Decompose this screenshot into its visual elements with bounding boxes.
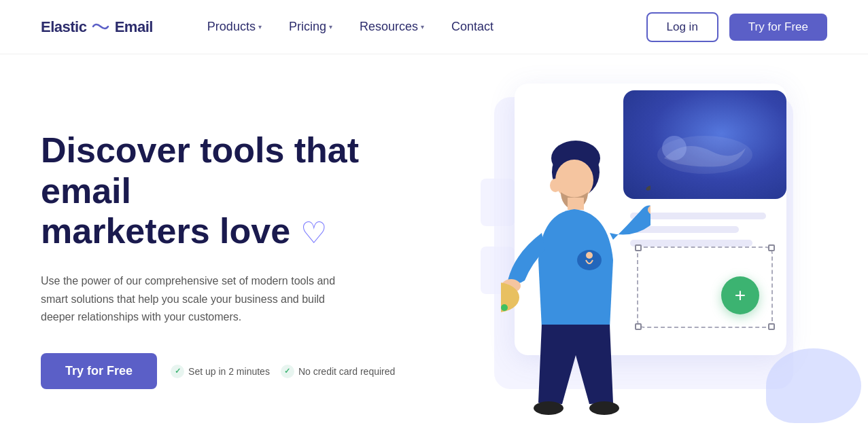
badge-setup: ✓ Set up in 2 minutes (171, 365, 270, 378)
chevron-down-icon: ▾ (258, 23, 262, 31)
nav-links: Products ▾ Pricing ▾ Resources ▾ Contact (194, 14, 646, 39)
svg-point-12 (501, 304, 508, 311)
chevron-down-icon: ▾ (329, 23, 332, 31)
hero-content: Discover tools that email marketers love… (41, 130, 421, 390)
illustration-background: + (467, 70, 848, 423)
svg-point-18 (550, 179, 561, 192)
logo[interactable]: Elastic Email (41, 18, 153, 36)
badge-no-credit: ✓ No credit card required (281, 365, 395, 378)
handle-br (768, 323, 775, 330)
person-illustration (501, 131, 650, 423)
nav-item-products[interactable]: Products ▾ (194, 14, 275, 39)
logo-icon (92, 21, 109, 32)
svg-point-1 (662, 136, 687, 160)
hero-section: Discover tools that email marketers love… (0, 54, 868, 438)
heart-icon: ♡ (300, 216, 327, 249)
svg-rect-5 (568, 198, 584, 210)
dolphin-illustration (644, 117, 766, 185)
handle-tr (768, 244, 775, 251)
selection-box (637, 247, 773, 328)
nav-item-resources[interactable]: Resources ▾ (346, 14, 438, 39)
hero-try-button[interactable]: Try for Free (41, 353, 157, 389)
chevron-down-icon: ▾ (421, 23, 424, 31)
card-line-1 (630, 213, 766, 219)
hero-actions: Try for Free ✓ Set up in 2 minutes ✓ No … (41, 353, 421, 389)
svg-point-16 (534, 401, 563, 415)
hero-illustration: + (447, 54, 868, 438)
nav-actions: Log in Try for Free (646, 12, 827, 42)
nav-item-contact[interactable]: Contact (438, 14, 507, 39)
svg-point-17 (589, 401, 619, 415)
decorative-blob (766, 348, 861, 423)
nav-item-pricing[interactable]: Pricing ▾ (275, 14, 346, 39)
check-icon-2: ✓ (281, 365, 294, 378)
login-button[interactable]: Log in (646, 12, 718, 42)
nav-try-button[interactable]: Try for Free (729, 14, 827, 41)
svg-point-7 (586, 252, 593, 259)
hero-badges: ✓ Set up in 2 minutes ✓ No credit card r… (171, 365, 395, 378)
navigation: Elastic Email Products ▾ Pricing ▾ Resou… (0, 0, 868, 54)
logo-text: Elastic Email (41, 18, 153, 36)
hero-title: Discover tools that email marketers love… (41, 130, 421, 252)
svg-point-15 (645, 184, 650, 191)
check-icon: ✓ (171, 365, 184, 378)
hero-description: Use the power of our comprehensive set o… (41, 272, 353, 326)
